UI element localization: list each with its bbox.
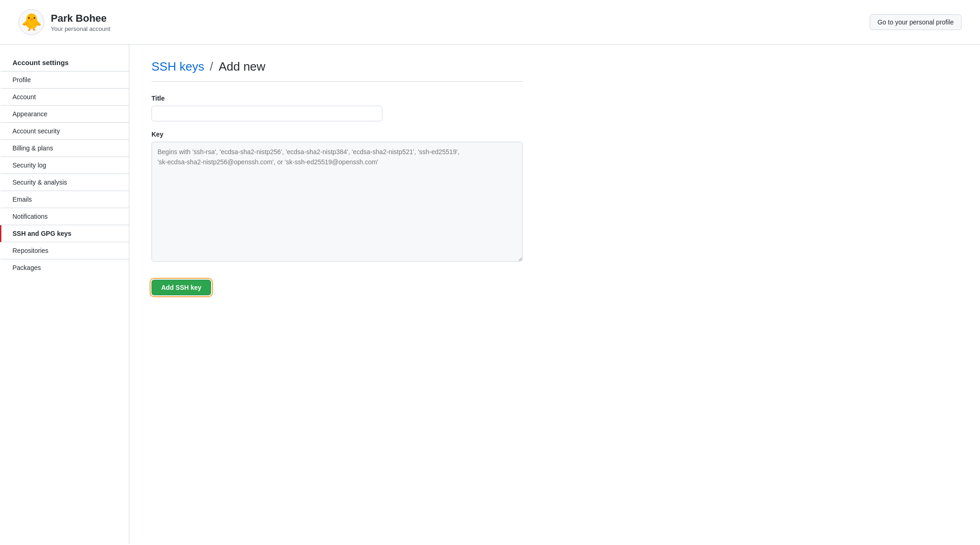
sidebar-item-ssh-gpg[interactable]: SSH and GPG keys: [0, 225, 129, 242]
sidebar: Account settings Profile Account Appeara…: [0, 45, 129, 544]
title-label: Title: [151, 95, 523, 102]
key-textarea[interactable]: [151, 142, 523, 262]
sidebar-item-notifications[interactable]: Notifications: [0, 208, 129, 225]
user-subtitle: Your personal account: [51, 25, 110, 32]
sidebar-item-security-log[interactable]: Security log: [0, 157, 129, 174]
sidebar-item-billing[interactable]: Billing & plans: [0, 140, 129, 157]
avatar: 🐥: [18, 9, 44, 35]
page-title-separator: /: [210, 60, 213, 74]
title-form-group: Title: [151, 95, 523, 121]
sidebar-item-security-analysis[interactable]: Security & analysis: [0, 174, 129, 191]
sidebar-item-profile[interactable]: Profile: [0, 72, 129, 89]
sidebar-item-emails[interactable]: Emails: [0, 191, 129, 208]
sidebar-heading: Account settings: [0, 54, 129, 72]
user-details: Park Bohee Your personal account: [51, 12, 110, 32]
sidebar-item-packages[interactable]: Packages: [0, 259, 129, 276]
sidebar-item-repositories[interactable]: Repositories: [0, 242, 129, 259]
title-input[interactable]: [151, 106, 382, 121]
key-label: Key: [151, 131, 523, 138]
page-title-link[interactable]: SSH keys: [151, 60, 204, 74]
main-content: SSH keys / Add new Title Key Add SSH key: [129, 45, 545, 544]
add-ssh-key-button[interactable]: Add SSH key: [151, 280, 211, 295]
sidebar-item-account[interactable]: Account: [0, 89, 129, 106]
go-to-profile-button[interactable]: Go to your personal profile: [870, 14, 962, 30]
page-header: 🐥 Park Bohee Your personal account Go to…: [0, 0, 980, 45]
user-info: 🐥 Park Bohee Your personal account: [18, 9, 110, 35]
key-form-group: Key: [151, 131, 523, 263]
main-layout: Account settings Profile Account Appeara…: [0, 45, 980, 544]
avatar-duck-icon: 🐥: [21, 14, 42, 30]
sidebar-item-appearance[interactable]: Appearance: [0, 106, 129, 123]
page-title-current: Add new: [218, 60, 265, 74]
user-name: Park Bohee: [51, 12, 110, 24]
page-title: SSH keys / Add new: [151, 60, 523, 82]
sidebar-item-account-security[interactable]: Account security: [0, 123, 129, 140]
